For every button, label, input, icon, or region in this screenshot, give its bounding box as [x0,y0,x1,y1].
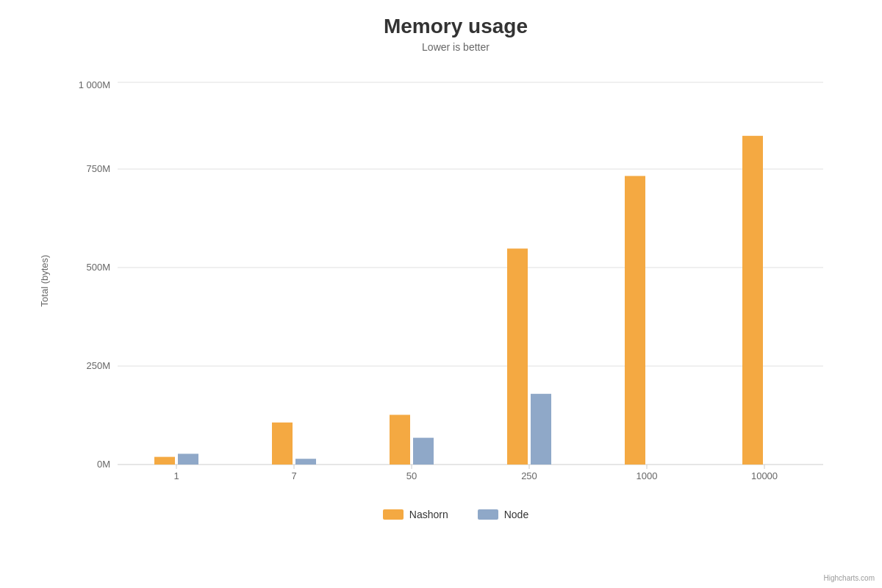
bar-nashorn-50 [390,415,410,465]
chart-svg: 0M 250M 500M 750M 1 000M 1 7 50 [74,68,838,494]
bar-nashorn-250 [507,248,528,465]
chart-subtitle: Lower is better [74,41,838,53]
svg-text:750M: 750M [86,163,110,174]
svg-text:1 000M: 1 000M [79,79,110,90]
bar-node-1 [178,453,198,465]
legend-item-nashorn: Nashorn [383,509,448,520]
bar-node-7 [295,459,316,465]
bar-nashorn-1000 [625,176,645,465]
chart-area: Total (bytes) 0M 250M 500M 750M 1 000M [74,68,838,494]
svg-text:1: 1 [173,470,179,481]
highcharts-credit: Highcharts.com [824,574,875,582]
y-axis-label: Total (bytes) [39,255,50,307]
legend-color-node [478,509,498,520]
legend-color-nashorn [383,509,404,520]
svg-text:500M: 500M [86,262,110,273]
svg-text:250M: 250M [86,360,110,371]
chart-title: Memory usage [74,15,838,38]
bar-node-50 [413,438,434,465]
svg-text:0M: 0M [97,459,110,470]
svg-text:1000: 1000 [637,470,658,481]
legend-item-node: Node [478,509,528,520]
svg-text:50: 50 [406,470,417,481]
bar-nashorn-10000 [742,136,763,465]
bar-nashorn-1 [154,457,175,465]
chart-legend: Nashorn Node [74,509,838,520]
svg-text:250: 250 [521,470,537,481]
chart-container: Memory usage Lower is better Total (byte… [0,0,882,588]
bar-node-250 [531,394,551,465]
svg-text:7: 7 [291,470,296,481]
legend-label-node: Node [504,509,528,520]
svg-text:10000: 10000 [751,470,778,481]
bar-nashorn-7 [272,423,293,465]
legend-label-nashorn: Nashorn [409,509,448,520]
